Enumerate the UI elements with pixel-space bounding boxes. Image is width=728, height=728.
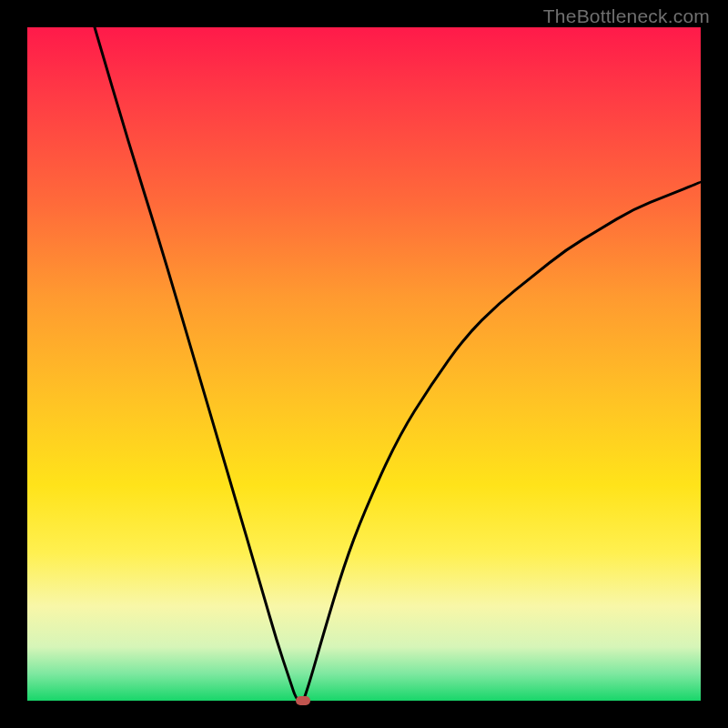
curve-left-branch [95, 27, 303, 701]
minimum-marker [296, 696, 310, 705]
curve-svg [27, 27, 701, 701]
watermark-text: TheBottleneck.com [543, 5, 710, 27]
plot-area [27, 27, 701, 701]
chart-frame: TheBottleneck.com [0, 0, 728, 728]
curve-right-branch [303, 182, 701, 701]
